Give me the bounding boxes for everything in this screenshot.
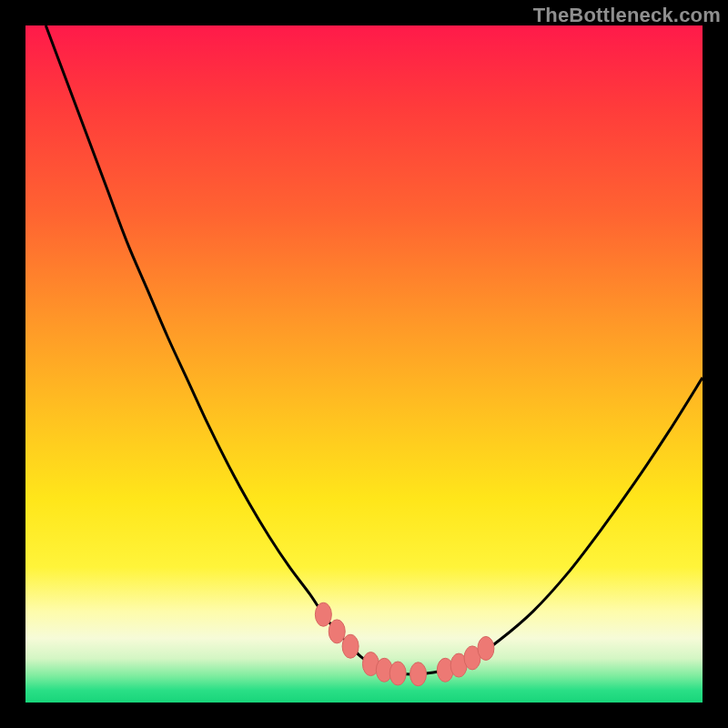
watermark-text: TheBottleneck.com [533,4,721,27]
curve-marker [315,602,331,626]
chart-frame: TheBottleneck.com [0,0,728,728]
plot-area [25,25,703,703]
curve-marker [410,662,427,686]
curve-marker [389,662,406,685]
curve-marker [342,634,359,658]
curve-marker [329,620,345,643]
curve-marker [478,636,494,660]
gradient-background [25,25,703,703]
bottleneck-chart [25,25,703,703]
